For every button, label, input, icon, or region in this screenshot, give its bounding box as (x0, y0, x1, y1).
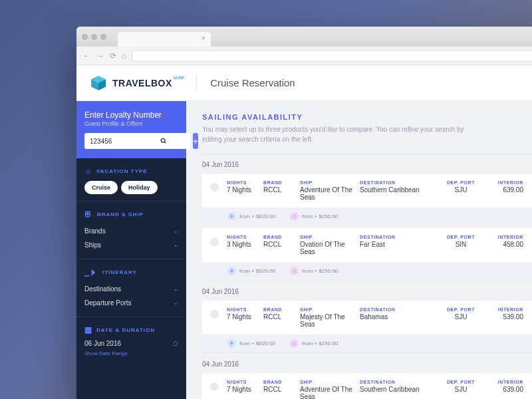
loyalty-title: Enter Loyalty Number (84, 110, 178, 120)
col-label: DEP. PORT (440, 235, 482, 239)
forward-icon[interactable]: → (96, 51, 104, 61)
addon-flight[interactable]: ✈from + $820.00 (227, 339, 275, 348)
col-value: 7 Nights (227, 186, 263, 194)
dropdown-ships[interactable]: Ships⌄ (84, 238, 178, 252)
loyalty-panel: Enter Loyalty Number Guest Profile & Off… (76, 101, 186, 158)
col-value: 7 Nights (227, 386, 263, 393)
col-label: OCEAN (523, 235, 532, 239)
sailing-card[interactable]: NIGHTS7 NightsBRANDRCCLSHIPAdventure Of … (202, 174, 532, 225)
filter-vacation: ☼VACATION TYPE Cruise Holiday (76, 158, 186, 201)
calendar-icon: ▦ (84, 325, 92, 334)
pill-cruise[interactable]: Cruise (84, 181, 118, 194)
filter-date: ▦DATE & DURATION 06 Jun 2016▢ Show Date … (76, 317, 186, 356)
plane-icon: ✈ (227, 339, 236, 348)
col-label: SHIP (300, 307, 360, 312)
dropdown-destinations[interactable]: Destinations⌄ (84, 282, 178, 296)
addons-row: ✈from + $820.00⌂from + $250.00 (202, 334, 532, 352)
traffic-light-close[interactable] (82, 34, 88, 40)
reload-icon[interactable]: ⟳ (110, 51, 116, 61)
col-label: INTERIOR (482, 380, 523, 384)
col-value: SJU (440, 186, 482, 194)
addon-flight[interactable]: ✈from + $820.00 (227, 267, 275, 275)
col-value: RCCL (263, 241, 300, 248)
col-label: INTERIOR (482, 180, 523, 185)
col-value: SJU (440, 386, 482, 393)
dropdown-brands[interactable]: Brands⌄ (84, 224, 178, 238)
col-label: DEP. PORT (440, 180, 482, 185)
col-label: BRAND (263, 180, 300, 185)
bed-icon: ⌂ (290, 212, 299, 221)
filter-heading: BRAND & SHIP (97, 211, 144, 217)
sidebar: Enter Loyalty Number Guest Profile & Off… (76, 101, 186, 399)
col-value: 639.00 (482, 186, 523, 194)
col-value: RCCL (263, 186, 300, 194)
sailing-card[interactable]: NIGHTS7 NightsBRANDRCCLSHIPAdventure Of … (202, 373, 532, 399)
col-value: Southern Caribbean (360, 386, 440, 393)
col-label: DESTINATION (360, 380, 440, 384)
group-date: 04 Jun 2016 (202, 161, 532, 168)
group-date: 04 Jun 2016 (202, 288, 532, 295)
col-value: 3 Nights (227, 241, 263, 248)
col-label: BRAND (263, 235, 300, 239)
pill-holiday[interactable]: Holiday (121, 181, 158, 194)
select-radio[interactable] (210, 237, 219, 246)
add-button[interactable]: + (193, 133, 198, 149)
page-title: Cruise Reservation (210, 77, 295, 88)
date-value-row[interactable]: 06 Jun 2016▢ (84, 340, 178, 347)
col-label: INTERIOR (482, 235, 523, 239)
sailing-card[interactable]: NIGHTS7 NightsBRANDRCCLSHIPMajesty Of Th… (202, 301, 532, 352)
col-label: NIGHTS (227, 380, 263, 384)
col-label: OCEAN (523, 180, 532, 185)
col-value: Adventure Of The Seas (300, 386, 360, 399)
browser-toolbar: ← → ⟳ ⌂ (76, 47, 532, 65)
filter-brandship: ⛨BRAND & SHIP Brands⌄ Ships⌄ (76, 201, 186, 259)
col-label: SHIP (300, 180, 360, 185)
loyalty-input[interactable] (84, 133, 190, 149)
col-value: Bahamas (360, 313, 440, 321)
col-label: DEP. PORT (440, 307, 482, 312)
addon-flight[interactable]: ✈from + $820.00 (227, 212, 275, 221)
chevron-down-icon: ⌄ (174, 300, 178, 306)
col-value: 539.00 (482, 313, 523, 321)
app-header: TRAVELBOX SURF Cruise Reservation (76, 65, 532, 101)
traffic-light-min[interactable] (91, 34, 97, 40)
col-label: BRAND (263, 307, 300, 312)
col-label: DESTINATION (360, 180, 440, 185)
col-label: OCEAN (523, 380, 532, 384)
plane-icon: ✈ (227, 212, 236, 221)
addon-hotel[interactable]: ⌂from + $250.00 (290, 267, 338, 275)
col-label: DESTINATION (360, 307, 440, 312)
select-radio[interactable] (210, 310, 219, 319)
url-input[interactable] (132, 50, 532, 62)
date-range-link[interactable]: Show Date Range (84, 350, 178, 356)
select-radio[interactable] (210, 382, 219, 391)
col-value: Southern Caribbean (360, 186, 440, 194)
sailing-card[interactable]: NIGHTS3 NightsBRANDRCCLSHIPOvation Of Th… (202, 228, 532, 280)
header-divider (196, 74, 197, 92)
browser-window: ← → ⟳ ⌂ TRAVELBOX SURF Cruise Reservatio… (76, 27, 532, 399)
select-radio[interactable] (210, 183, 219, 192)
results-list: 04 Jun 2016NIGHTS7 NightsBRANDRCCLSHIPAd… (202, 161, 532, 399)
col-value: 381.00 (523, 386, 532, 393)
addons-row: ✈from + $820.00⌂from + $250.00 (202, 262, 532, 280)
col-label: INTERIOR (482, 307, 523, 312)
col-label: NIGHTS (227, 307, 263, 312)
addon-hotel[interactable]: ⌂from + $250.00 (290, 339, 338, 348)
loyalty-subtitle: Guest Profile & Offers (84, 120, 178, 127)
filter-heading: VACATION TYPE (96, 168, 148, 174)
browser-tab[interactable] (118, 32, 211, 47)
col-label: DESTINATION (360, 235, 440, 239)
traffic-light-max[interactable] (100, 34, 106, 40)
svg-point-3 (161, 138, 165, 142)
col-label: NIGHTS (227, 235, 263, 239)
col-value: 381.00 (523, 186, 532, 194)
calendar-open-icon: ▢ (173, 340, 178, 346)
search-icon[interactable] (156, 133, 171, 149)
col-label: SHIP (300, 235, 360, 239)
back-icon[interactable]: ← (83, 51, 91, 61)
addon-hotel[interactable]: ⌂from + $250.00 (290, 212, 338, 221)
dropdown-ports[interactable]: Departure Ports⌄ (84, 296, 178, 310)
col-value: Far East (360, 241, 440, 248)
home-icon[interactable]: ⌂ (122, 51, 126, 61)
col-value: 639.00 (482, 386, 523, 393)
